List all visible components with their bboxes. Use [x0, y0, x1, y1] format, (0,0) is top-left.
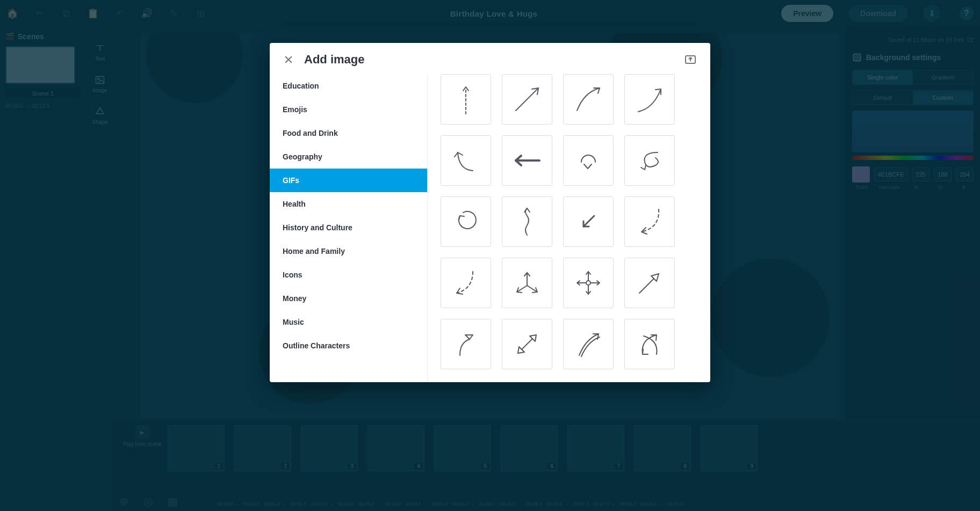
category-item-emojis[interactable]: Emojis — [270, 98, 427, 121]
image-item-arrow-wavy-up[interactable] — [502, 196, 552, 247]
category-list[interactable]: EducationEmojisFood and DrinkGeographyGI… — [270, 74, 428, 382]
image-item-arrow-circle[interactable] — [441, 196, 491, 247]
image-item-arrow-dashed-curve-down[interactable] — [624, 196, 675, 247]
category-item-icons[interactable]: Icons — [270, 263, 427, 287]
image-item-arrow-double-loop[interactable] — [624, 319, 675, 369]
image-item-arrow-left-bold[interactable] — [502, 135, 552, 186]
category-item-history-and-culture[interactable]: History and Culture — [270, 216, 427, 239]
image-grid — [441, 74, 701, 369]
category-item-money[interactable]: Money — [270, 287, 427, 310]
category-item-geography[interactable]: Geography — [270, 145, 427, 169]
image-item-arrow-double-curve-up[interactable] — [563, 319, 614, 369]
image-item-arrow-dashed-curve-left[interactable] — [441, 258, 491, 308]
image-grid-scroll[interactable] — [428, 74, 710, 382]
modal-overlay[interactable]: Add image EducationEmojisFood and DrinkG… — [0, 0, 980, 511]
category-item-music[interactable]: Music — [270, 310, 427, 334]
image-item-arrow-downleft-small[interactable] — [563, 196, 614, 247]
category-item-outline-characters[interactable]: Outline Characters — [270, 334, 427, 357]
image-item-arrow-upright-curve[interactable] — [563, 74, 614, 125]
image-item-arrow-double-diag[interactable] — [502, 319, 552, 369]
image-item-arrow-hook-up[interactable] — [441, 319, 491, 369]
image-item-arrow-loop-down[interactable] — [563, 135, 614, 186]
image-item-arrow-up-dashed[interactable] — [441, 74, 491, 125]
upload-icon[interactable] — [683, 53, 697, 67]
modal-title: Add image — [304, 53, 364, 67]
modal-header: Add image — [270, 43, 710, 70]
category-item-gifs[interactable]: GIFs — [270, 169, 427, 192]
category-item-education[interactable]: Education — [270, 74, 427, 98]
image-item-arrow-upright-outline[interactable] — [624, 258, 675, 308]
image-item-arrow-four-way[interactable] — [563, 258, 614, 308]
category-item-health[interactable]: Health — [270, 192, 427, 216]
add-image-modal: Add image EducationEmojisFood and DrinkG… — [270, 43, 710, 382]
image-item-arrow-back-left[interactable] — [441, 135, 491, 186]
close-icon[interactable] — [283, 54, 294, 65]
image-item-arrow-upright-straight[interactable] — [502, 74, 552, 125]
image-item-arrow-upright-swoosh[interactable] — [624, 74, 675, 125]
category-item-home-and-family[interactable]: Home and Family — [270, 239, 427, 263]
category-item-food-and-drink[interactable]: Food and Drink — [270, 121, 427, 145]
image-item-arrow-spiral[interactable] — [624, 135, 675, 186]
image-item-arrow-three-way[interactable] — [502, 258, 552, 308]
svg-point-4 — [586, 281, 590, 285]
